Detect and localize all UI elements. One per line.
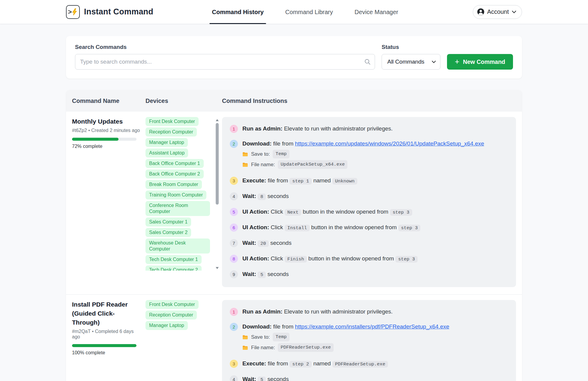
step-title: UI Action: <box>242 208 269 215</box>
device-pill: Training Room Computer <box>146 190 206 200</box>
step-body: Wait: 5 seconds <box>242 374 289 381</box>
col-header-instructions: Command Instructions <box>222 98 516 104</box>
device-pill: Front Desk Computer <box>146 300 199 309</box>
step-title: Execute: <box>242 360 266 367</box>
step-body: UI Action: Click Next button in the wind… <box>242 207 412 218</box>
devices-cell: Front Desk ComputerReception ComputerMan… <box>146 117 222 287</box>
step-text: seconds <box>268 271 289 277</box>
device-list: Front Desk ComputerReception ComputerMan… <box>146 117 213 271</box>
download-url-link[interactable]: https://example.com/installers/pdf/PDFRe… <box>295 323 449 330</box>
inline-code-chip: step 3 <box>390 209 412 216</box>
brand[interactable]: > Instant Command <box>66 5 153 19</box>
nav-item-command-history[interactable]: Command History <box>210 0 266 24</box>
sub-label: Save to: <box>251 333 270 341</box>
step-text: seconds <box>268 376 289 381</box>
device-pill: Conference Room Computer <box>146 201 210 216</box>
instruction-step: 1 Run as Admin: Elevate to run with admi… <box>230 307 508 317</box>
scroll-down-arrow-icon[interactable] <box>216 267 219 271</box>
lightning-bolt-icon <box>72 8 77 16</box>
account-menu-button[interactable]: Account <box>473 5 522 19</box>
device-pill: Tech Desk Computer 1 <box>146 255 202 264</box>
status-select[interactable]: All Commands <box>382 54 440 70</box>
table-body: Monthly Updates #t6Zp2 • Created 2 minut… <box>66 112 522 381</box>
folder-icon <box>242 162 248 167</box>
step-text: file from <box>272 140 295 147</box>
step-title: Wait: <box>242 376 256 381</box>
devices-cell: Front Desk ComputerReception ComputerMan… <box>146 300 222 381</box>
step-body: Wait: 8 seconds <box>242 191 289 202</box>
inline-code-chip: step 2 <box>290 361 312 368</box>
step-body: Execute: file from step 1 named Unknown <box>242 176 357 186</box>
app-logo-icon: > <box>66 5 80 19</box>
step-title: Wait: <box>242 271 256 277</box>
command-name-cell: Monthly Updates #t6Zp2 • Created 2 minut… <box>72 117 146 287</box>
device-pill: Reception Computer <box>146 310 197 320</box>
step-title: Download: <box>242 140 272 147</box>
devices-scrollbar[interactable] <box>215 118 219 271</box>
new-command-button[interactable]: + New Command <box>447 54 513 70</box>
scroll-up-arrow-icon[interactable] <box>216 118 219 121</box>
sub-label: File name: <box>251 161 275 168</box>
chevron-down-icon <box>512 10 516 14</box>
instruction-step: 4 Wait: 8 seconds <box>230 191 508 202</box>
download-url-link[interactable]: https://example.com/updates/windows/2026… <box>295 140 484 147</box>
instruction-step: 4 Wait: 5 seconds <box>230 374 508 381</box>
col-header-command-name: Command Name <box>72 98 146 104</box>
step-body: UI Action: Click Finish button in the wi… <box>242 254 418 264</box>
step-text: file from <box>266 177 290 184</box>
folder-icon <box>242 345 248 350</box>
step-text: button in the window opened from <box>303 208 390 215</box>
nav-item-device-manager[interactable]: Device Manager <box>352 0 401 24</box>
step-text: button in the window opened from <box>311 224 398 230</box>
step-sub-line: Save to: Temp <box>242 150 484 158</box>
step-sub-line: File name: PDFReaderSetup.exe <box>242 343 449 352</box>
command-name: Monthly Updates <box>72 117 140 126</box>
sub-value-chip: UpdatePackSetup_x64.exe <box>278 160 347 169</box>
main-content: Search Commands Status All Commands + Ne… <box>0 36 588 381</box>
step-body: Run as Admin: Elevate to run with admini… <box>242 124 393 134</box>
step-title: UI Action: <box>242 224 269 230</box>
inline-code-chip: Install <box>285 225 310 231</box>
instruction-step: 9 Wait: 5 seconds <box>230 269 508 280</box>
progress-label: 72% complete <box>72 144 140 149</box>
instructions-cell: 1 Run as Admin: Elevate to run with admi… <box>222 300 516 381</box>
inline-code-chip: 5 <box>258 272 266 278</box>
new-command-label: New Command <box>463 58 505 65</box>
instruction-step: 7 Wait: 20 seconds <box>230 238 508 249</box>
device-pill: Sales Computer 2 <box>146 228 191 237</box>
step-title: Wait: <box>242 240 256 246</box>
instruction-step: 6 UI Action: Click Install button in the… <box>230 222 508 233</box>
step-text: Elevate to run with administrator privil… <box>282 308 393 315</box>
commands-table: Command Name Devices Command Instruction… <box>66 90 522 381</box>
instruction-step: 2 Download: file from https://example.co… <box>230 139 508 171</box>
step-number-badge: 4 <box>230 375 238 381</box>
device-pill: Manager Laptop <box>146 321 188 330</box>
nav-item-label: Device Manager <box>355 9 398 16</box>
step-text: Click <box>269 224 285 230</box>
step-title: Run as Admin: <box>242 125 282 132</box>
command-meta: #m2QaT • Completed 6 days ago <box>72 329 140 340</box>
instructions-panel: 1 Run as Admin: Elevate to run with admi… <box>222 117 516 287</box>
plus-icon: + <box>455 58 459 65</box>
step-text: file from <box>272 323 295 330</box>
search-input[interactable] <box>75 54 375 70</box>
step-number-badge: 6 <box>230 224 238 232</box>
scrollbar-thumb[interactable] <box>216 123 219 205</box>
device-pill: Back Office Computer 2 <box>146 170 204 178</box>
step-text: button in the window opened from <box>308 255 395 262</box>
progress-bar <box>72 138 136 141</box>
inline-code-chip: 20 <box>258 240 269 247</box>
nav-item-command-library[interactable]: Command Library <box>283 0 335 24</box>
step-title: UI Action: <box>242 255 269 262</box>
account-label: Account <box>487 8 509 15</box>
sub-value-chip: Temp <box>273 150 289 158</box>
nav-item-label: Command Library <box>285 9 333 16</box>
step-text: file from <box>266 360 290 367</box>
step-number-badge: 9 <box>230 270 238 278</box>
step-text: seconds <box>268 193 289 199</box>
instructions-cell: 1 Run as Admin: Elevate to run with admi… <box>222 117 516 287</box>
sub-value-chip: PDFReaderSetup.exe <box>278 343 333 352</box>
app-title: Instant Command <box>84 7 153 16</box>
device-list: Front Desk ComputerReception ComputerMan… <box>146 300 213 330</box>
step-sub-line: File name: UpdatePackSetup_x64.exe <box>242 160 484 169</box>
